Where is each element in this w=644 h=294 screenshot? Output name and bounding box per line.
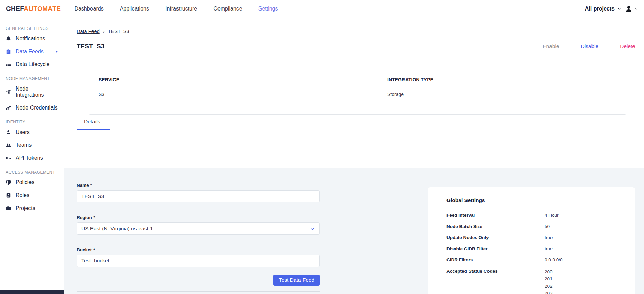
details-panel: Name * Region * US East (N. Virginia) us… xyxy=(64,168,644,294)
enable-button[interactable]: Enable xyxy=(543,43,559,50)
nav-settings[interactable]: Settings xyxy=(258,6,278,12)
setting-value: true xyxy=(545,235,553,240)
title-row: TEST_S3 Enable Disable Delete xyxy=(77,43,635,50)
global-setting-row-disable-cidr-filter: Disable CIDR Filtertrue xyxy=(446,246,622,252)
setting-label: Disable CIDR Filter xyxy=(446,246,545,252)
region-label: Region * xyxy=(77,215,320,220)
nav-dashboards[interactable]: Dashboards xyxy=(74,6,103,12)
id-badge-icon xyxy=(6,193,11,198)
sidebar-section-node-management: NODE MANAGEMENT xyxy=(0,76,64,81)
top-right-controls: All projects xyxy=(585,5,638,13)
sidebar-item-node-integrations[interactable]: Node Integrations xyxy=(0,82,64,101)
setting-value: 200201202203204 xyxy=(545,268,553,294)
name-field-group: Name * xyxy=(77,183,320,202)
data-feed-form: Name * Region * US East (N. Virginia) us… xyxy=(77,183,320,294)
region-select[interactable]: US East (N. Virginia) us-east-1 xyxy=(77,222,320,235)
sidebar-item-label: Roles xyxy=(16,192,29,198)
clipboard-icon xyxy=(6,49,11,54)
primary-nav: DashboardsApplicationsInfrastructureComp… xyxy=(74,6,278,12)
sidebar-item-api-tokens[interactable]: API Tokens xyxy=(0,152,64,164)
setting-label: Accepted Status Codes xyxy=(446,268,545,294)
page-header: Data Feed › TEST_S3 TEST_S3 Enable Disab… xyxy=(64,18,644,115)
sidebar-item-roles[interactable]: Roles xyxy=(0,189,64,202)
triangle-right-icon xyxy=(55,50,58,53)
setting-value: 50 xyxy=(545,223,550,229)
global-settings-title: Global Settings xyxy=(446,197,622,203)
top-bar: CHEFAUTOMATE DashboardsApplicationsInfra… xyxy=(0,0,644,18)
sidebar-item-node-credentials[interactable]: Node Credentials xyxy=(0,101,64,114)
main-content: Data Feed › TEST_S3 TEST_S3 Enable Disab… xyxy=(64,18,644,294)
sidebar-item-label: Users xyxy=(16,129,30,135)
projects-filter-dropdown[interactable]: All projects xyxy=(585,6,621,12)
setting-label: Node Batch Size xyxy=(446,223,545,229)
global-setting-row-update-nodes-only: Update Nodes Onlytrue xyxy=(446,235,622,240)
sidebar-item-label: Node Integrations xyxy=(16,86,58,98)
name-input[interactable] xyxy=(77,190,320,202)
chevron-down-icon xyxy=(617,7,621,11)
global-settings-card: Global Settings Feed Interval4 HourNode … xyxy=(428,187,635,294)
sidebar-item-label: Data Lifecycle xyxy=(16,61,50,67)
bucket-label: Bucket * xyxy=(77,247,320,252)
list-icon xyxy=(6,62,11,67)
user-icon xyxy=(6,130,11,135)
tab-bar: Details xyxy=(64,115,644,130)
bell-icon xyxy=(6,36,11,41)
sidebar-item-label: API Tokens xyxy=(16,155,43,161)
bucket-field-group: Bucket * xyxy=(77,247,320,267)
global-setting-row-node-batch-size: Node Batch Size50 xyxy=(446,223,622,229)
integration-type-column: INTEGRATION TYPE Storage xyxy=(387,77,626,114)
setting-label: CIDR Filters xyxy=(446,257,545,263)
breadcrumb-separator: › xyxy=(103,28,105,34)
logo-chef: CHEF xyxy=(6,5,24,12)
service-column: SERVICE S3 xyxy=(99,77,387,114)
sidebar-item-teams[interactable]: Teams xyxy=(0,139,64,152)
test-data-feed-button[interactable]: Test Data Feed xyxy=(273,275,320,286)
sidebar-item-label: Data Feeds xyxy=(16,48,44,55)
sidebar-item-policies[interactable]: Policies xyxy=(0,176,64,189)
key-horizontal-icon xyxy=(6,155,11,161)
setting-label: Feed Interval xyxy=(446,212,545,218)
chef-automate-logo[interactable]: CHEFAUTOMATE xyxy=(6,5,61,13)
projects-filter-label: All projects xyxy=(585,6,615,12)
chevron-down-icon xyxy=(634,7,638,11)
sidebar-item-data-lifecycle[interactable]: Data Lifecycle xyxy=(0,58,64,71)
disable-button[interactable]: Disable xyxy=(581,43,598,50)
sidebar-item-label: Projects xyxy=(16,205,35,211)
global-settings-rows: Feed Interval4 HourNode Batch Size50Upda… xyxy=(446,212,622,294)
sidebar-section-identity: IDENTITY xyxy=(0,120,64,124)
tab-details[interactable]: Details xyxy=(77,119,110,130)
sidebar-item-users[interactable]: Users xyxy=(0,126,64,139)
global-setting-row-cidr-filters: CIDR Filters0.0.0.0/0 xyxy=(446,257,622,263)
region-field-group: Region * US East (N. Virginia) us-east-1 xyxy=(77,215,320,235)
sidebar-section-general-settings: GENERAL SETTINGS xyxy=(0,26,64,31)
region-selected-value: US East (N. Virginia) us-east-1 xyxy=(81,226,153,232)
user-avatar-icon xyxy=(625,5,633,13)
sidebar-section-access-management: ACCESS MANAGEMENT xyxy=(0,170,64,175)
global-setting-row-accepted-status-codes: Accepted Status Codes200201202203204 xyxy=(446,268,622,294)
delete-button[interactable]: Delete xyxy=(620,43,635,50)
sidebar-item-label: Policies xyxy=(16,179,34,185)
form-divider xyxy=(77,291,320,292)
setting-value: 4 Hour xyxy=(545,212,559,218)
key-icon xyxy=(6,105,11,111)
breadcrumb-data-feed-link[interactable]: Data Feed xyxy=(77,28,100,34)
setting-value: 0.0.0.0/0 xyxy=(545,257,563,263)
setting-label: Update Nodes Only xyxy=(446,235,545,240)
integration-type-value: Storage xyxy=(387,92,626,97)
breadcrumb: Data Feed › TEST_S3 xyxy=(77,28,635,34)
nav-infrastructure[interactable]: Infrastructure xyxy=(165,6,197,12)
service-value: S3 xyxy=(99,92,387,97)
page-title: TEST_S3 xyxy=(77,43,104,50)
bucket-input[interactable] xyxy=(77,255,320,267)
sidebar-item-label: Teams xyxy=(16,142,32,148)
test-row: Test Data Feed xyxy=(77,275,320,286)
sidebar-item-data-feeds[interactable]: Data Feeds xyxy=(0,45,64,58)
user-menu[interactable] xyxy=(625,5,638,13)
nav-compliance[interactable]: Compliance xyxy=(213,6,242,12)
sidebar-item-notifications[interactable]: Notifications xyxy=(0,32,64,45)
briefcase-icon xyxy=(6,205,11,211)
nav-applications[interactable]: Applications xyxy=(120,6,149,12)
sidebar-nav: GENERAL SETTINGSNotificationsData FeedsD… xyxy=(0,26,64,215)
feed-actions: Enable Disable Delete xyxy=(543,43,635,50)
sidebar-item-projects[interactable]: Projects xyxy=(0,202,64,215)
